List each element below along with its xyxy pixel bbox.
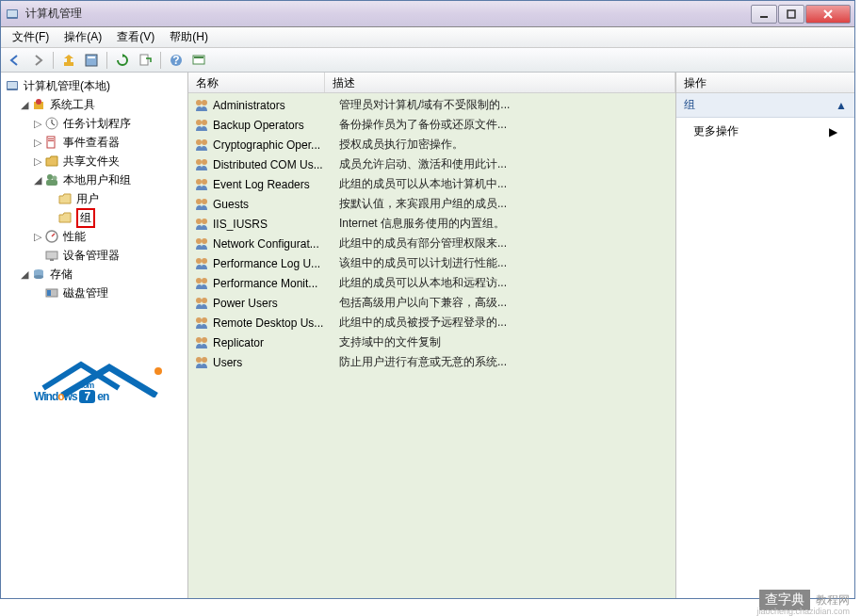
menu-action[interactable]: 操作(A) <box>57 27 109 47</box>
list-row[interactable]: Replicator支持域中的文件复制 <box>188 332 675 352</box>
close-button[interactable] <box>805 5 851 24</box>
group-icon <box>194 98 209 113</box>
row-name: Cryptographic Oper... <box>213 138 339 152</box>
collapse-icon[interactable]: ◢ <box>18 99 31 111</box>
titlebar: 计算机管理 <box>1 1 854 27</box>
tree-groups[interactable]: 组 <box>3 208 186 227</box>
tree-event-viewer[interactable]: ▷ 事件查看器 <box>3 133 186 152</box>
expand-icon[interactable]: ▷ <box>31 231 44 243</box>
group-icon <box>194 296 209 311</box>
menu-help[interactable]: 帮助(H) <box>162 27 216 47</box>
list-row[interactable]: Performance Monit...此组的成员可以从本地和远程访... <box>188 273 675 293</box>
tree-root-label: 计算机管理(本地) <box>24 78 110 94</box>
menubar: 文件(F) 操作(A) 查看(V) 帮助(H) <box>1 27 854 48</box>
svg-point-54 <box>196 337 202 343</box>
tree-label: 本地用户和组 <box>63 172 131 188</box>
action-header: 操作 <box>676 73 854 93</box>
row-name: Remote Desktop Us... <box>213 316 339 330</box>
row-desc: Internet 信息服务使用的内置组。 <box>339 216 675 232</box>
svg-point-14 <box>36 99 41 105</box>
refresh-button[interactable] <box>112 50 133 71</box>
maximize-button[interactable] <box>778 5 804 24</box>
list-row[interactable]: Distributed COM Us...成员允许启动、激活和使用此计... <box>188 154 675 174</box>
list-header: 名称 描述 <box>188 73 675 93</box>
svg-rect-29 <box>47 290 51 296</box>
column-header-name[interactable]: 名称 <box>188 73 325 92</box>
group-icon <box>194 177 209 192</box>
svg-point-19 <box>47 174 53 180</box>
action-group-title[interactable]: 组 ▲ <box>676 93 854 118</box>
action-more[interactable]: 更多操作 ▶ <box>676 118 854 145</box>
list-row[interactable]: Backup Operators备份操作员为了备份或还原文件... <box>188 115 675 135</box>
menu-view[interactable]: 查看(V) <box>109 27 162 47</box>
help-button[interactable]: ? <box>166 50 187 71</box>
console-button[interactable] <box>188 50 209 71</box>
collapse-icon[interactable]: ◢ <box>18 268 31 281</box>
tree-device-manager[interactable]: 设备管理器 <box>3 246 186 265</box>
row-desc: 成员允许启动、激活和使用此计... <box>339 156 675 172</box>
back-button[interactable] <box>5 50 25 71</box>
svg-point-47 <box>202 258 207 264</box>
submenu-icon: ▶ <box>829 125 837 138</box>
svg-rect-1 <box>8 10 17 17</box>
expand-icon[interactable]: ▷ <box>31 137 44 149</box>
tree-label-selected: 组 <box>76 208 95 228</box>
minimize-button[interactable] <box>751 5 777 24</box>
list-row[interactable]: Users防止用户进行有意或无意的系统... <box>188 352 675 372</box>
menu-file[interactable]: 文件(F) <box>5 27 57 47</box>
tree-task-scheduler[interactable]: ▷ 任务计划程序 <box>3 114 186 133</box>
collapse-icon[interactable]: ◢ <box>31 174 44 186</box>
svg-point-48 <box>196 278 202 284</box>
row-desc: 支持域中的文件复制 <box>339 334 675 350</box>
tree-local-users-groups[interactable]: ◢ 本地用户和组 <box>3 170 186 189</box>
svg-point-39 <box>202 179 207 185</box>
svg-point-55 <box>202 337 207 343</box>
list-row[interactable]: Cryptographic Oper...授权成员执行加密操作。 <box>188 135 675 154</box>
list-row[interactable]: IIS_IUSRSInternet 信息服务使用的内置组。 <box>188 214 675 234</box>
tree-root[interactable]: 计算机管理(本地) <box>3 76 186 95</box>
list-row[interactable]: Power Users包括高级用户以向下兼容，高级... <box>188 293 675 313</box>
list-row[interactable]: Guests按默认值，来宾跟用户组的成员... <box>188 194 675 214</box>
up-button[interactable] <box>58 50 79 71</box>
svg-point-43 <box>202 219 207 224</box>
tree-disk-management[interactable]: 磁盘管理 <box>3 284 186 302</box>
export-button[interactable] <box>135 50 155 71</box>
svg-point-30 <box>196 100 202 105</box>
svg-point-32 <box>196 120 202 125</box>
list-row[interactable]: Remote Desktop Us...此组中的成员被授予远程登录的... <box>188 313 675 332</box>
row-name: Replicator <box>213 336 339 349</box>
tree-label: 共享文件夹 <box>63 154 120 170</box>
properties-button[interactable] <box>81 50 102 71</box>
svg-point-56 <box>196 357 202 363</box>
row-desc: 此组中的成员被授予远程登录的... <box>339 315 675 331</box>
list-row[interactable]: Network Configurat...此组中的成员有部分管理权限来... <box>188 234 675 253</box>
svg-rect-10 <box>194 57 203 58</box>
tree-users[interactable]: 用户 <box>3 189 186 208</box>
group-icon <box>194 355 209 370</box>
tree-system-tools[interactable]: ◢ 系统工具 <box>3 95 186 114</box>
tree-performance[interactable]: ▷ 性能 <box>3 227 186 246</box>
svg-rect-6 <box>140 55 148 65</box>
tree-label: 磁盘管理 <box>63 285 108 301</box>
tree-storage[interactable]: ◢ 存储 <box>3 265 186 284</box>
svg-rect-5 <box>88 57 95 58</box>
column-header-desc[interactable]: 描述 <box>325 73 675 92</box>
group-icon <box>194 118 209 133</box>
list-row[interactable]: Administrators管理员对计算机/域有不受限制的... <box>188 95 675 115</box>
row-name: IIS_IUSRS <box>213 218 339 231</box>
expand-icon[interactable]: ▷ <box>31 155 44 168</box>
svg-point-27 <box>34 275 43 279</box>
row-name: Guests <box>213 198 339 211</box>
list-row[interactable]: Event Log Readers此组的成员可以从本地计算机中... <box>188 174 675 194</box>
group-icon <box>194 335 209 350</box>
tree-label: 用户 <box>76 191 99 207</box>
expand-icon[interactable]: ▷ <box>31 118 44 130</box>
group-icon <box>194 256 209 271</box>
list-row[interactable]: Performance Log U...该组中的成员可以计划进行性能... <box>188 253 675 273</box>
svg-rect-24 <box>50 259 54 261</box>
row-name: Performance Log U... <box>213 257 339 270</box>
forward-button[interactable] <box>27 50 48 71</box>
tree-shared-folders[interactable]: ▷ 共享文件夹 <box>3 152 186 170</box>
tree-label: 性能 <box>63 229 86 245</box>
svg-point-31 <box>202 100 207 105</box>
